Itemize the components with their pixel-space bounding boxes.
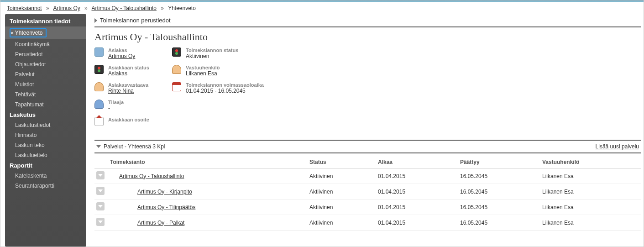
customer-status-label: Asiakkaan status [108,65,149,70]
validity-label: Toimeksiannon voimassaoloaika [186,82,264,88]
col-status[interactable]: Status [308,156,376,168]
col-actions [94,156,108,168]
account-mgr-link[interactable]: Rihte Nina [108,88,148,94]
house-icon [94,117,104,126]
orderer-value: - [108,105,124,111]
cell-start: 01.04.2015 [376,168,458,184]
address-label: Asiakkaan osoite [108,117,149,122]
section-title: Toimeksiannon perustiedot [100,17,171,24]
customer-status-value: Asiakas [108,70,149,77]
cell-responsible: Liikanen Esa [540,200,641,215]
assignment-status-value: Aktiivinen [186,53,238,59]
collapse-icon[interactable] [96,145,101,148]
sidebar-item-ohjaustiedot[interactable]: Ohjaustiedot [5,59,86,69]
col-responsible[interactable]: Vastuuhenkilö [540,156,641,168]
breadcrumb-sep: » [46,5,49,11]
sidebar-item-laskun-teko[interactable]: Laskun teko [5,140,86,150]
col-end[interactable]: Päättyy [458,156,540,168]
sidebar-item-tehtavat[interactable]: Tehtävät [5,89,86,100]
traffic-light-icon [172,47,181,57]
table-row: Artimus Oy - TaloushallintoAktiivinen01.… [94,168,641,184]
sidebar-section-header: Raportit [5,160,86,171]
orderer-label: Tilaaja [108,100,124,105]
service-link[interactable]: Artimus Oy - Taloushallinto [110,173,184,179]
person-icon [94,100,104,109]
sidebar-item-tapahtumat[interactable]: Tapahtumat [5,100,86,110]
row-menu-button[interactable] [96,171,105,179]
breadcrumb-link[interactable]: Artimus Oy - Taloushallinto [91,5,157,11]
building-icon [94,47,104,57]
person-icon [94,82,104,91]
cell-start: 01.04.2015 [376,215,458,231]
service-link[interactable]: Artimus Oy - Kirjanpito [110,189,192,195]
services-table: Toimeksianto Status Alkaa Päättyy Vastuu… [94,156,641,231]
breadcrumb: Toimeksiannot » Artimus Oy » Artimus Oy … [0,2,644,14]
expand-icon [94,18,97,23]
table-row: Artimus Oy - TilinpäätösAktiivinen01.04.… [94,200,641,215]
basic-info-header[interactable]: Toimeksiannon perustiedot [94,14,641,27]
row-menu-button[interactable] [96,202,105,210]
cell-responsible: Liikanen Esa [540,215,641,231]
table-row: Artimus Oy - KirjanpitoAktiivinen01.04.2… [94,184,641,200]
sidebar-item-palvelut[interactable]: Palvelut [5,69,86,79]
responsible-link[interactable]: Liikanen Esa [186,70,220,77]
main-content: Toimeksiannon perustiedot Artimus Oy - T… [86,14,644,247]
sidebar-item-perustiedot[interactable]: Perustiedot [5,49,86,59]
breadcrumb-link[interactable]: Toimeksiannot [7,5,42,11]
sidebar-item-yhteenveto[interactable]: Yhteenveto [5,26,86,39]
table-row: Artimus Oy - PalkatAktiivinen01.04.20151… [94,215,641,231]
calendar-icon [172,82,181,91]
row-menu-button[interactable] [96,218,105,226]
info-grid: Asiakas Artimus Oy Asiakkaan status Asia… [94,47,641,132]
service-link[interactable]: Artimus Oy - Tilinpäätös [110,204,195,210]
breadcrumb-link[interactable]: Artimus Oy [53,5,80,11]
cell-end: 16.05.2045 [458,168,540,184]
cell-status: Aktiivinen [308,200,376,215]
account-mgr-label: Asiakasvastaava [108,82,148,88]
cell-status: Aktiivinen [308,184,376,200]
sidebar: Toimeksiannon tiedot Yhteenveto Koontinä… [5,14,86,247]
breadcrumb-sep: » [84,5,88,11]
cell-start: 01.04.2015 [376,184,458,200]
customer-link[interactable]: Artimus Oy [108,53,135,59]
sidebar-item-laskutustiedot[interactable]: Laskutustiedot [5,120,86,130]
cell-start: 01.04.2015 [376,200,458,215]
breadcrumb-current: Yhteenveto [168,5,196,11]
services-title: Palvelut - Yhteensä 3 Kpl [104,143,165,150]
person-icon [172,65,181,74]
cell-responsible: Liikanen Esa [540,184,641,200]
sidebar-item-hinnasto[interactable]: Hinnasto [5,130,86,140]
validity-value: 01.04.2015 - 16.05.2045 [186,88,264,94]
sidebar-item-katelaskenta[interactable]: Katelaskenta [5,171,86,181]
cell-end: 16.05.2045 [458,200,540,215]
cell-end: 16.05.2045 [458,184,540,200]
customer-label: Asiakas [108,47,135,53]
cell-status: Aktiivinen [308,168,376,184]
sidebar-item-koontinakyma[interactable]: Koontinäkymä [5,39,86,49]
services-header: Palvelut - Yhteensä 3 Kpl Lisää uusi pal… [94,140,641,153]
app-frame: Toimeksiannot » Artimus Oy » Artimus Oy … [0,0,644,247]
col-name[interactable]: Toimeksianto [108,156,308,168]
row-menu-button[interactable] [96,187,105,195]
sidebar-item-muistiot[interactable]: Muistiot [5,79,86,89]
service-link[interactable]: Artimus Oy - Palkat [110,220,184,226]
page-title: Artimus Oy - Taloushallinto [94,31,641,43]
breadcrumb-sep: » [161,5,164,11]
add-service-link[interactable]: Lisää uusi palvelu [596,143,639,150]
assignment-status-label: Toimeksiannon status [186,47,238,53]
sidebar-section-header: Laskutus [5,110,86,120]
col-start[interactable]: Alkaa [376,156,458,168]
cell-end: 16.05.2045 [458,215,540,231]
responsible-label: Vastuuhenkilö [186,65,220,70]
traffic-light-icon [94,65,104,74]
sidebar-item-laskuluettelo[interactable]: Laskuluettelo [5,150,86,160]
sidebar-item-seurantaraportti[interactable]: Seurantaraportti [5,181,86,191]
sidebar-section-header: Toimeksiannon tiedot [5,16,86,26]
cell-responsible: Liikanen Esa [540,168,641,184]
cell-status: Aktiivinen [308,215,376,231]
